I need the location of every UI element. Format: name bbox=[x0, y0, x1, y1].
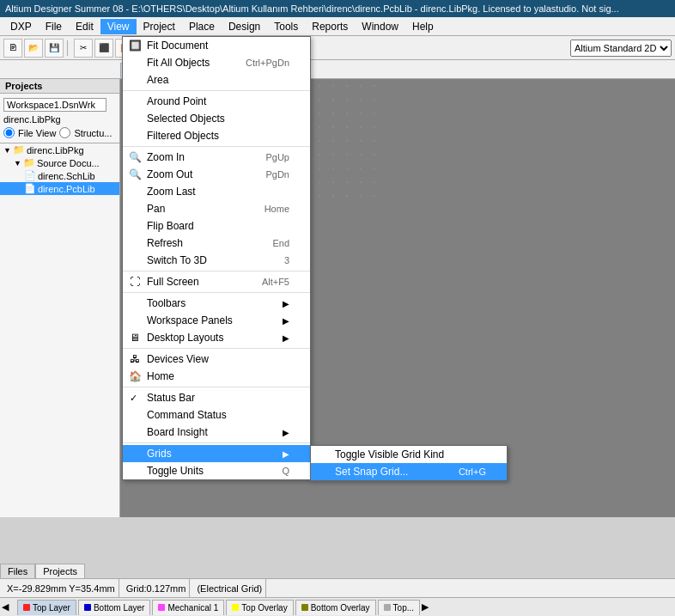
radio-file-label: File View bbox=[18, 128, 56, 138]
desktop-layouts-arrow: ▶ bbox=[283, 333, 289, 343]
title-bar: Altium Designer Summer 08 - E:\OTHERS\De… bbox=[0, 0, 675, 17]
view-item-fit-all[interactable]: Fit All Objects Ctrl+PgDn bbox=[123, 54, 310, 71]
toggle-units-shortcut: Q bbox=[282, 466, 289, 476]
view-item-around-point[interactable]: Around Point bbox=[123, 93, 310, 110]
menu-edit[interactable]: Edit bbox=[69, 19, 100, 34]
menu-tools[interactable]: Tools bbox=[267, 19, 305, 34]
radio-struct-view[interactable] bbox=[59, 127, 70, 138]
set-snap-shortcut: Ctrl+G bbox=[459, 467, 486, 477]
menu-file[interactable]: File bbox=[39, 19, 69, 34]
pan-label: Pan bbox=[147, 203, 165, 215]
view-item-home[interactable]: 🏠 Home bbox=[123, 368, 310, 385]
view-item-desktop-layouts[interactable]: 🖥 Desktop Layouts ▶ bbox=[123, 329, 310, 346]
status-bar-label: Status Bar bbox=[147, 392, 195, 404]
grids-toggle-kind[interactable]: Toggle Visible Grid Kind bbox=[311, 446, 507, 463]
view-item-selected[interactable]: Selected Objects bbox=[123, 110, 310, 127]
fullscreen-icon: ⛶ bbox=[128, 275, 142, 289]
status-electrical: (Electrical Grid) bbox=[193, 579, 266, 597]
layer-top[interactable]: Top Layer bbox=[17, 600, 76, 615]
set-snap-label: Set Snap Grid... bbox=[335, 466, 408, 478]
radio-file-view[interactable] bbox=[3, 127, 15, 138]
tree-item-schlibpkg[interactable]: 📄 direnc.SchLib bbox=[0, 169, 119, 182]
divider-3 bbox=[123, 271, 310, 271]
layer-mech1[interactable]: Mechanical 1 bbox=[152, 600, 224, 615]
electrical-text: (Electrical Grid) bbox=[197, 583, 262, 594]
toolbar-btn-4[interactable]: ✂ bbox=[74, 39, 93, 58]
tree-item-source[interactable]: ▼ 📁 Source Docu... bbox=[0, 156, 119, 169]
toolbar: 🖹 📂 💾 ✂ ⬛ 📋 ↩ ↪ + ⊞ ⊡ ↺ ↻ Altium Standar… bbox=[0, 36, 675, 60]
view-item-grids[interactable]: Grids ▶ Toggle Visible Grid Kind Set Sna… bbox=[123, 445, 310, 462]
nav-tab-projects[interactable]: Projects bbox=[35, 564, 85, 578]
folder-icon-source: 📁 bbox=[23, 157, 35, 168]
toolbar-btn-2[interactable]: 📂 bbox=[24, 39, 43, 58]
menu-reports[interactable]: Reports bbox=[305, 19, 355, 34]
zoom-in-label: Zoom In bbox=[147, 151, 185, 163]
view-item-refresh[interactable]: Refresh End bbox=[123, 235, 310, 252]
layer-top-overlay[interactable]: Top Overlay bbox=[226, 600, 293, 615]
view-item-board-insight[interactable]: Board Insight ▶ bbox=[123, 424, 310, 441]
pan-shortcut: Home bbox=[265, 204, 289, 214]
expand-icon-source: ▼ bbox=[14, 159, 21, 168]
status-bar: X=-29.829mm Y=35.4mm Grid:0.127mm (Elect… bbox=[0, 578, 675, 597]
fullscreen-label: Full Screen bbox=[147, 276, 199, 288]
grids-arrow: ▶ bbox=[283, 449, 289, 459]
view-item-area[interactable]: Area bbox=[123, 71, 310, 88]
toolbar-btn-5[interactable]: ⬛ bbox=[94, 39, 113, 58]
toolbar-btn-1[interactable]: 🖹 bbox=[3, 39, 22, 58]
layer-bottom-overlay[interactable]: Bottom Overlay bbox=[295, 600, 376, 615]
view-item-devices-view[interactable]: 🖧 Devices View bbox=[123, 351, 310, 368]
tree-label-sch: direnc.SchLib bbox=[38, 171, 95, 181]
menu-help[interactable]: Help bbox=[405, 19, 441, 34]
menu-window[interactable]: Window bbox=[355, 19, 405, 34]
standard-select[interactable]: Altium Standard 2D bbox=[570, 40, 672, 57]
menu-design[interactable]: Design bbox=[222, 19, 267, 34]
radio-row: File View Structu... bbox=[3, 127, 116, 138]
view-item-switch-3d[interactable]: Switch To 3D 3 bbox=[123, 252, 310, 269]
layer-scroll-left[interactable]: ◀ bbox=[2, 601, 15, 613]
workspace-input[interactable] bbox=[3, 98, 106, 112]
menu-view[interactable]: View bbox=[100, 19, 137, 34]
bottom-overlay-dot bbox=[301, 604, 308, 611]
view-dropdown: 🔲 Fit Document Fit All Objects Ctrl+PgDn… bbox=[122, 36, 311, 480]
selected-label: Selected Objects bbox=[147, 113, 225, 125]
view-item-workspace-panels[interactable]: Workspace Panels ▶ bbox=[123, 312, 310, 329]
board-insight-label: Board Insight bbox=[147, 426, 208, 438]
tree-item-libpkg[interactable]: ▼ 📁 direnc.LibPkg bbox=[0, 143, 119, 156]
lib-label: direnc.LibPkg bbox=[3, 113, 116, 125]
refresh-shortcut: End bbox=[272, 238, 289, 248]
view-item-command-status[interactable]: Command Status bbox=[123, 406, 310, 424]
toolbar-btn-3[interactable]: 💾 bbox=[45, 39, 64, 58]
menu-place[interactable]: Place bbox=[182, 19, 222, 34]
view-item-pan[interactable]: Pan Home bbox=[123, 200, 310, 217]
menu-dxp[interactable]: DXP bbox=[3, 19, 39, 34]
layer-bottom[interactable]: Bottom Layer bbox=[78, 600, 150, 615]
menu-project[interactable]: Project bbox=[137, 19, 182, 34]
view-item-zoom-in[interactable]: 🔍 Zoom In PgUp bbox=[123, 149, 310, 166]
grids-label: Grids bbox=[147, 448, 172, 460]
view-item-fullscreen[interactable]: ⛶ Full Screen Alt+F5 bbox=[123, 273, 310, 290]
divider-6 bbox=[123, 387, 310, 387]
fit-all-shortcut: Ctrl+PgDn bbox=[246, 58, 289, 68]
nav-tab-files[interactable]: Files bbox=[0, 564, 35, 578]
zoom-out-shortcut: PgDn bbox=[265, 169, 289, 180]
divider-5 bbox=[123, 348, 310, 349]
view-item-toggle-units[interactable]: Toggle Units Q bbox=[123, 462, 310, 479]
tree-item-pcblibpkg[interactable]: 📄 direnc.PcbLib bbox=[0, 182, 119, 195]
radio-struct-label: Structu... bbox=[74, 128, 112, 138]
top-overlay-dot bbox=[232, 604, 239, 611]
top-extra-label: Top... bbox=[393, 603, 414, 613]
grids-set-snap[interactable]: Set Snap Grid... Ctrl+G bbox=[311, 463, 507, 480]
zoom-in-shortcut: PgUp bbox=[265, 152, 289, 162]
view-item-toolbars[interactable]: Toolbars ▶ bbox=[123, 295, 310, 312]
view-item-zoom-out[interactable]: 🔍 Zoom Out PgDn bbox=[123, 166, 310, 183]
toolbars-label: Toolbars bbox=[147, 297, 185, 309]
view-item-filtered[interactable]: Filtered Objects bbox=[123, 127, 310, 144]
view-item-zoom-last[interactable]: Zoom Last bbox=[123, 183, 310, 200]
view-item-flip-board[interactable]: Flip Board bbox=[123, 217, 310, 235]
view-item-status-bar[interactable]: Status Bar bbox=[123, 389, 310, 406]
layer-top-extra[interactable]: Top... bbox=[378, 600, 420, 615]
layer-scroll-right[interactable]: ▶ bbox=[422, 601, 435, 613]
fit-doc-label: Fit Document bbox=[147, 40, 208, 52]
view-item-fit-doc[interactable]: 🔲 Fit Document bbox=[123, 37, 310, 54]
folder-icon-libpkg: 📁 bbox=[13, 144, 25, 156]
